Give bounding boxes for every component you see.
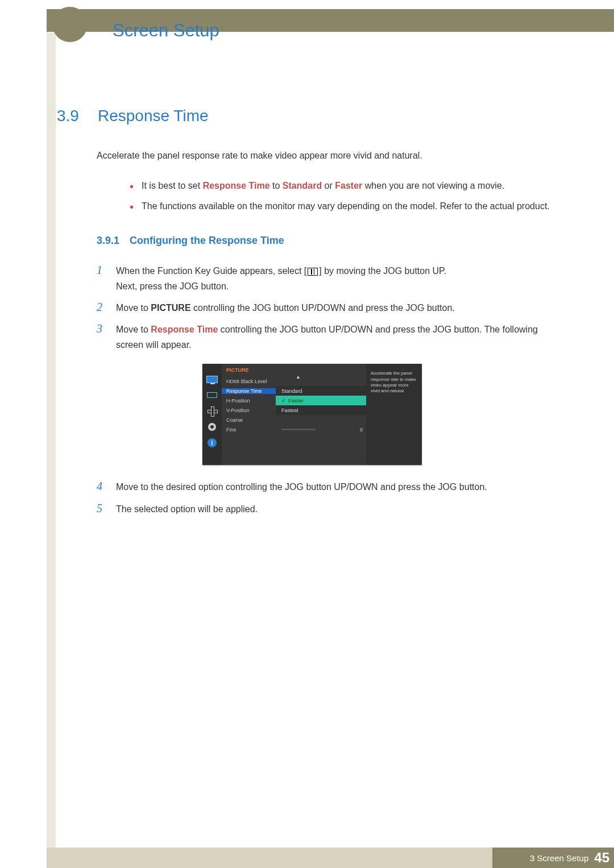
osd-option: Standard <box>276 386 366 396</box>
side-strip <box>47 32 56 868</box>
step-item: 4 Move to the desired option controlling… <box>97 480 567 495</box>
bullet-list: • It is best to set Response Time to Sta… <box>130 178 567 213</box>
step-body: Move to Response Time controlling the JO… <box>116 322 567 352</box>
section-intro: Accelerate the panel response rate to ma… <box>97 149 567 163</box>
step-body: Move to the desired option controlling t… <box>116 480 567 495</box>
page-content: 3.9 Response Time Accelerate the panel r… <box>57 107 567 524</box>
osd-sidebar: i <box>202 364 222 465</box>
step-body: When the Function Key Guide appears, sel… <box>116 264 567 294</box>
subsection-title: Configuring the Response Time <box>130 235 284 247</box>
chapter-title: Screen Setup <box>113 20 219 41</box>
osd-menu-item: HDMI Black Level ▲ <box>222 376 366 386</box>
step-number: 4 <box>97 480 116 495</box>
osd-description: Accelerate the panel response rate to ma… <box>371 371 417 394</box>
osd-menu-item: Fine 0 <box>222 425 366 434</box>
osd-menu-item-selected: Response Time Standard <box>222 386 366 396</box>
bullet-icon: • <box>130 181 134 193</box>
gear-icon <box>206 423 218 431</box>
step-number: 1 <box>97 264 116 294</box>
step-body: The selected option will be applied. <box>116 502 567 517</box>
footer-chapter-label: 3 Screen Setup <box>530 853 588 863</box>
menu-icon <box>308 268 318 276</box>
step-item: 2 Move to PICTURE controlling the JOG bu… <box>97 301 567 315</box>
osd-option: Fastest <box>276 405 366 415</box>
bullet-item: • The functions available on the monitor… <box>130 199 567 214</box>
step-item: 3 Move to Response Time controlling the … <box>97 322 567 352</box>
step-item: 5 The selected option will be applied. <box>97 502 567 517</box>
page-footer: 3 Screen Setup 45 <box>47 848 614 868</box>
steps-list: 1 When the Function Key Guide appears, s… <box>97 264 567 352</box>
osd-description-panel: Accelerate the panel response rate to ma… <box>366 364 422 465</box>
step-number: 3 <box>97 322 116 352</box>
step-number: 5 <box>97 502 116 517</box>
osd-menu-item: Coarse <box>222 415 366 425</box>
footer-label-box: 3 Screen Setup 45 <box>492 848 614 868</box>
subsection-number: 3.9.1 <box>97 235 130 247</box>
monitor-icon <box>206 375 218 383</box>
step-body: Move to PICTURE controlling the JOG butt… <box>116 301 567 315</box>
osd-option-selected: ✓Faster <box>276 396 366 405</box>
up-arrow-icon: ▲ <box>296 374 301 380</box>
steps-list-continued: 4 Move to the desired option controlling… <box>97 480 567 517</box>
bullet-icon: • <box>130 201 134 214</box>
page-number: 45 <box>594 850 609 866</box>
info-icon: i <box>206 439 218 447</box>
osd-header: PICTURE <box>222 364 366 376</box>
section-title: Response Time <box>98 107 209 125</box>
step-number: 2 <box>97 301 116 315</box>
picture-mode-icon <box>206 391 218 399</box>
osd-menu-item: H-Position ✓Faster <box>222 396 366 405</box>
osd-screenshot: i PICTURE HDMI Black Level ▲ Response Ti… <box>202 364 422 465</box>
footer-bar <box>47 848 492 868</box>
osd-menu-item: V-Position Fastest <box>222 405 366 415</box>
bullet-item: • It is best to set Response Time to Sta… <box>130 178 567 193</box>
slider-track <box>281 429 316 430</box>
chapter-badge <box>52 7 88 42</box>
bullet-text: It is best to set Response Time to Stand… <box>142 178 567 193</box>
step-item: 1 When the Function Key Guide appears, s… <box>97 264 567 294</box>
bullet-text: The functions available on the monitor m… <box>142 199 567 214</box>
section-number: 3.9 <box>57 107 98 125</box>
position-icon <box>206 407 218 415</box>
osd-main: PICTURE HDMI Black Level ▲ Response Time… <box>222 364 366 465</box>
